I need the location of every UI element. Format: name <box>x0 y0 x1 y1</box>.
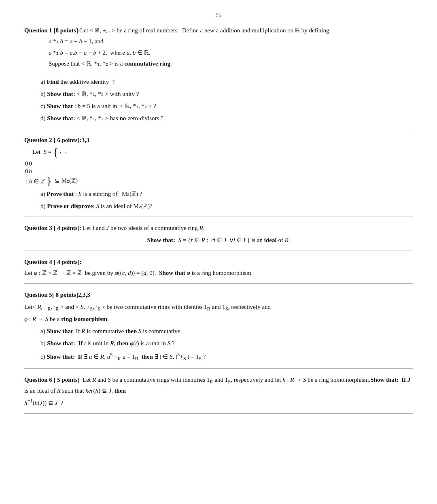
q1-d-bold: Show that: <box>47 115 75 121</box>
divider-6 <box>24 413 413 414</box>
q2-b-bold: Prove or disprove <box>47 203 93 209</box>
q1-a-label: a) <box>40 79 47 85</box>
q2-a-bold: Prove that <box>47 191 74 197</box>
q1-intro: Let < ℝ, +, . > be a ring of real number… <box>80 27 329 34</box>
divider-5 <box>24 368 413 369</box>
divider-2 <box>24 217 413 217</box>
q1-d-rest: < ℝ, *₁, *₂ > has no zero-divisors ? <box>75 115 163 121</box>
q5-c-bold: Show that: <box>47 353 75 360</box>
question-5: Question 5[ 8 points]2,3,3 Let< R, +R, ·… <box>24 290 413 363</box>
q5-b-rest: If t is unit in R, then φ(t) is a unit i… <box>75 340 175 347</box>
q3-header: Question 3 [ 4 points]: Let I and J be t… <box>24 223 413 233</box>
q5-c-rest: If ∃ u ∈ R, u5 +R u = 1R then ∃ t ∈ S, t… <box>75 353 206 360</box>
q1-header: Question 1 [8 points]:Let < ℝ, +, . > be… <box>24 26 413 35</box>
q5-c-label: c) <box>40 353 47 360</box>
q5-label: Question 5[ 8 points]2,3,3 <box>24 291 90 298</box>
q1-part-d: d) Show that: < ℝ, *₁, *₂ > has no zero-… <box>40 113 413 123</box>
q3-show-text: S = {r ∈ R : ri ∈ J ∀i ∈ I } is an ideal… <box>175 237 290 243</box>
q1-c-label: c) <box>40 103 47 109</box>
q5-a-label: a) <box>40 328 47 334</box>
q5-part-a: a) Show that If R is commutative then S … <box>40 326 413 336</box>
q2-a-label: a) <box>40 191 47 197</box>
q1-b-rest: < ℝ, *₁, *₂ > with unity ? <box>75 91 139 97</box>
q1-part-b: b) Show that: < ℝ, *₁, *₂ > with unity ? <box>40 89 413 99</box>
q4-body: Let φ : ℤ × ℤ → ℤ × ℤ be given by φ((c, … <box>24 268 413 278</box>
q3-show: Show that: S = {r ∈ R : ri ∈ J ∀i ∈ I } … <box>24 236 413 245</box>
q1-a-rest: the additive identity ? <box>59 79 115 85</box>
question-1: Question 1 [8 points]:Let < ℝ, +, . > be… <box>24 26 413 123</box>
q5-a-rest: If R is commutative then S is commutativ… <box>73 328 180 334</box>
q3-label: Question 3 [ 4 points] <box>24 225 80 231</box>
q2-set-def: Let S = { <box>32 147 413 158</box>
q5-header: Question 5[ 8 points]2,3,3 <box>24 290 413 300</box>
q6-last-line: h−1(h(J)) ⊆ J ? <box>24 397 413 408</box>
q1-b-bold: Show that: <box>47 91 75 97</box>
q1-d-label: d) <box>40 115 47 121</box>
q2-b-rest: : S is an ideal of M₂(ℤ)? <box>93 203 153 209</box>
q5-a-bold: Show that <box>47 328 73 334</box>
q6-label: Question 6 [ 5 points] <box>24 376 80 383</box>
question-2: Question 2 [ 6 points]:3,3 Let S = { 00 … <box>24 136 413 211</box>
question-4: Question 4 [ 4 points]: Let φ : ℤ × ℤ → … <box>24 257 413 278</box>
q1-b-label: b) <box>40 91 47 97</box>
divider-1 <box>24 129 413 129</box>
q1-def2: a *₂ b = a.b − a − b + 2, where a, b ∈ ℝ… <box>49 48 413 57</box>
q1-def1: a *₁ b = a + b − 1, and <box>49 37 413 46</box>
q2-label: Question 2 [ 6 points]:3,3 <box>24 137 89 143</box>
q2-header: Question 2 [ 6 points]:3,3 <box>24 136 413 145</box>
q1-part-a: a) Find the additive identity ? <box>40 77 413 87</box>
divider-4 <box>24 283 413 284</box>
q1-a-bold: Find <box>47 79 59 85</box>
divider-3 <box>24 251 413 251</box>
question-3: Question 3 [ 4 points]: Let I and J be t… <box>24 223 413 245</box>
q4-label: Question 4 [ 4 points]: <box>24 259 82 265</box>
q2-part-b: b) Prove or disprove: S is an ideal of M… <box>40 201 413 211</box>
q5-part-c: c) Show that: If ∃ u ∈ R, u5 +R u = 1R t… <box>40 351 413 363</box>
q3-show-label: Show that: <box>147 237 175 243</box>
q2-b-label: b) <box>40 203 47 209</box>
q3-intro: : Let I and J be two ideals of a commuta… <box>80 225 205 231</box>
q2-part-a: a) Prove that : S is a subring of M₂(ℤ) … <box>40 189 413 199</box>
q5-intro1: Let< R, +R, ·R > and < S, +S, ·S > be tw… <box>24 302 413 313</box>
page-number: 55 <box>24 12 413 19</box>
q6-header: Question 6 [ 5 points] Let R and S be a … <box>24 375 413 396</box>
question-6: Question 6 [ 5 points] Let R and S be a … <box>24 375 413 408</box>
q1-suppose: Suppose that < ℝ, *₁, *₂ > is a commutat… <box>49 59 413 68</box>
q5-b-bold: Show that: <box>47 340 75 347</box>
q2-a-rest: : S is a subring of M₂(ℤ) ? <box>74 191 142 197</box>
q1-label: Question 1 [8 points]: <box>24 27 80 34</box>
q5-part-b: b) Show that: If t is unit in R, then φ(… <box>40 338 413 348</box>
q1-part-c: c) Show that : b = 5 is a unit in < ℝ, *… <box>40 101 413 111</box>
q5-b-label: b) <box>40 340 47 347</box>
q4-header: Question 4 [ 4 points]: <box>24 257 413 267</box>
q1-c-rest: : b = 5 is a unit in < ℝ, *₁, *₂ > ? <box>73 103 156 109</box>
q6-intro: Let R and S be a commutative rings with … <box>24 376 412 393</box>
q1-c-bold: Show that <box>47 103 73 109</box>
q5-intro2: φ : R → S be a ring isomorphism. <box>24 315 413 324</box>
